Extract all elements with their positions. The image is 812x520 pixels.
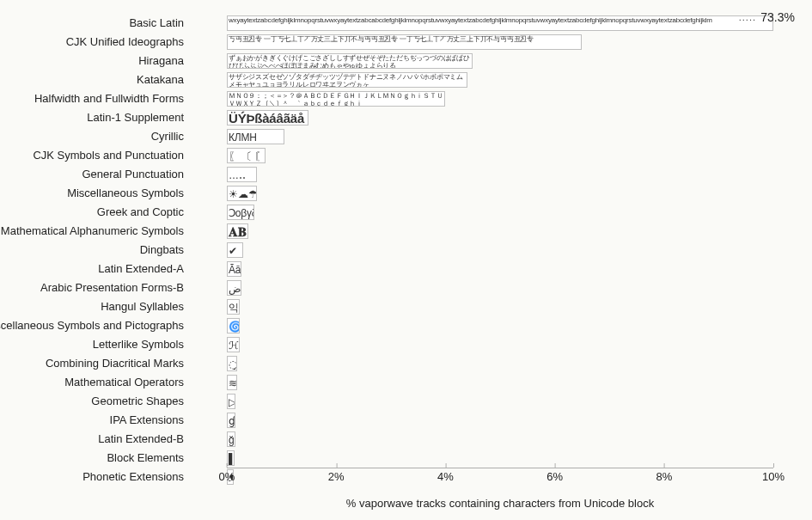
bar-row: Letterlike Symbolsℋ0.24% [227,335,773,354]
bar-row: CJK Symbols and Punctuation〖 〔 〘 ～ [227,146,773,165]
bar-row: Latin-1 SupplementÜÝÞßàáâãäå [227,108,773,127]
basic-latin-value-label: 73.3% [760,10,795,24]
bar-fill-text: ☀☁☂ [228,187,256,200]
y-axis-label: Dingbats [0,241,189,260]
bar-row: Latin Extended-Bğ0.15% [227,430,773,449]
bar-fill-text: 丂丏丑丒专 一丁丂七丄丅丆万丈三上下丌不与丏丐丑丒专 一丁丂七丄丅丆万丈三上下丌… [228,35,581,49]
bar-row: Mathematical Operators≋0.19% [227,373,773,392]
bar: ☀☁☂0.5% [227,186,257,201]
bar-row: Mathematical Alphanumeric Symbols𝐀𝐁0.40% [227,222,773,241]
bar: ＭＮＯ９：；＜＝＞？＠ＡＢＣＤＥＦＧＨＩＪＫＬＭＮＯｇｈｉＳＴＵＶＷＸＹＺ［＼］… [227,91,445,107]
x-tick: 0% [219,467,235,483]
x-tick: 6% [546,467,563,483]
bar-fill-text: 〖 〔 〘 ～ [228,149,265,162]
bar: 익걸0.24% [227,299,240,315]
bar-fill-text: ▌ [228,451,234,465]
bar-fill-text: ▷ [228,395,235,408]
y-axis-label: Greek and Coptic [0,203,189,222]
plot-area: Basic Latinwxyaytextzabcdefghijklmnopqrs… [227,14,773,468]
bar-row: Miscellaneous Symbols and Pictographs🌀0.… [227,316,773,335]
bar-row: Latin Extended-AĀā0.26% [227,260,773,278]
bar: ▌0.14% [227,450,235,466]
bar-row: Dingbats✔0.3% [227,241,773,260]
bar: 🌀0.24% [227,318,240,333]
bar-fill-text: 🌀 [228,319,239,333]
y-axis-label: Katakana [0,70,189,89]
bar-fill-text: ÜÝÞßàáâãäå [228,111,308,125]
bar-row: IPA Extensionsɠ0.15% [227,411,773,430]
y-axis-label: Miscellaneous Symbols and Pictographs [0,316,189,335]
bar-row: Combining Diacritical Marks◌̧0.19% [227,354,773,373]
y-axis-label: Phonetic Extensions [0,468,189,486]
unicode-block-bar-chart: Basic Latinwxyaytextzabcdefghijklmnopqrs… [0,0,812,520]
y-axis-label: Halfwidth and Fullwidth Forms [0,89,189,108]
axis-break-marker: ..... [739,12,756,22]
y-axis-label: Arabic Presentation Forms-B [0,278,189,297]
bar-fill-text: ℋ [228,338,239,352]
bar-row: Katakanaサザシジスズセゼソゾタダチヂッツヅテデトドナニヌネノハバパホボポ… [227,70,773,89]
y-axis-label: Mathematical Alphanumeric Symbols [0,222,189,241]
y-axis-label: Miscellaneous Symbols [0,184,189,203]
bar-row: Block Elements▌0.14% [227,449,773,468]
bar-fill-text: Āā [228,262,241,276]
bar-row: General Punctuation…‥0.5% [227,165,773,184]
bar-fill-text: サザシジスズセゼソゾタダチヂッツヅテデトドナニヌネノハバパホボポマミムメモャヤュ… [228,73,467,87]
bar: wxyaytextzabcdefghijklmnopqrstuvwxyaytex… [227,15,773,31]
bar: 〖 〔 〘 ～ [227,148,266,163]
bar-row: Hangul Syllables익걸0.24% [227,297,773,316]
bar-fill-text: ﺽ [228,281,241,295]
bar: …‥0.5% [227,167,257,182]
bar: ℋ0.24% [227,337,240,352]
bar-row: Geometric Shapes▷0.15% [227,392,773,411]
bar: КЛМН [227,129,284,144]
bar-fill-text: ずぁおかがきぎくぐけげこごさざししすずせぜそぞたただちぢっつづのはばぱひびぴふぶ… [228,54,472,68]
x-tick-label: 2% [328,470,345,483]
x-tick: 2% [328,467,345,483]
bar: ÜÝÞßàáâãäå [227,110,308,125]
bar: ğ0.15% [227,431,235,447]
bar-fill-text: КЛМН [228,130,284,144]
x-axis [227,468,773,468]
bar-row: CyrillicКЛМН [227,127,773,146]
bar-fill-text: ✔ [228,243,242,257]
bar-row: CJK Unified Ideographs丂丏丑丒专 一丁丂七丄丅丆万丈三上下… [227,33,773,52]
x-tick: 4% [437,467,454,483]
bar: ﺽ0.26% [227,280,241,296]
bar-fill-text: …‥ [228,168,256,181]
y-axis-label: Mathematical Operators [0,373,189,392]
bar-row: Hiraganaずぁおかがきぎくぐけげこごさざししすずせぜそぞたただちぢっつづの… [227,52,773,70]
bar-fill-text: 익걸 [228,300,239,314]
bar-row: Halfwidth and Fullwidth FormsＭＮＯ９：；＜＝＞？＠… [227,89,773,108]
y-axis-label: Geometric Shapes [0,392,189,411]
bar: 𝐀𝐁0.40% [227,223,248,239]
y-axis-label: Hangul Syllables [0,297,189,316]
x-axis-title: % vaporwave tracks containing characters… [227,497,773,510]
bar: 丂丏丑丒专 一丁丂七丄丅丆万丈三上下丌不与丏丐丑丒专 一丁丂七丄丅丆万丈三上下丌… [227,34,582,50]
bar: サザシジスズセゼソゾタダチヂッツヅテデトドナニヌネノハバパホボポマミムメモャヤュ… [227,72,467,88]
bar: Āā0.26% [227,261,241,277]
x-tick: 10% [762,467,785,483]
bar-row: Phonetic Extensionsᴥ0.12% [227,468,773,486]
x-tick-label: 6% [546,470,563,483]
y-axis-label: CJK Unified Ideographs [0,33,189,52]
bar-fill-text: ◌̧ [228,357,236,370]
x-tick-label: 8% [656,470,672,483]
y-axis-label: CJK Symbols and Punctuation [0,146,189,165]
bar-fill-text: ɠ [228,413,235,427]
y-axis-label: Combining Diacritical Marks [0,354,189,373]
x-tick: 8% [656,467,672,483]
x-tick-label: 0% [219,470,235,483]
y-axis-label: Basic Latin [0,14,189,33]
bar: ≋0.19% [227,375,237,390]
y-axis-label: Block Elements [0,449,189,468]
bar-row: Arabic Presentation Forms-Bﺽ0.26% [227,278,773,297]
y-axis-label: Hiragana [0,52,189,70]
bar: ✔0.3% [227,242,243,258]
bar: ずぁおかがきぎくぐけげこごさざししすずせぜそぞたただちぢっつづのはばぱひびぴふぶ… [227,53,473,69]
y-axis-label: Letterlike Symbols [0,335,189,354]
bar-row: Miscellaneous Symbols☀☁☂0.5% [227,184,773,203]
bar: ◌̧0.19% [227,356,237,371]
y-axis-label: Latin Extended-B [0,430,189,449]
bar: ɠ0.15% [227,413,235,428]
y-axis-label: General Punctuation [0,165,189,184]
